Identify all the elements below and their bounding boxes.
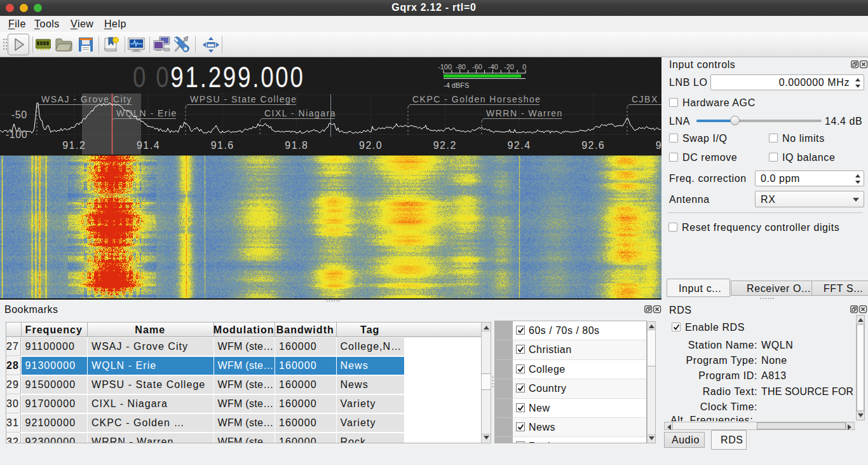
svg-text:CKPC - Golden Horseshoe: CKPC - Golden Horseshoe	[412, 94, 541, 104]
svg-text:91.4: 91.4	[137, 140, 160, 151]
svg-text:92.6: 92.6	[581, 140, 605, 151]
svg-text:-100: -100	[6, 129, 27, 140]
svg-text:WQLN - Erie: WQLN - Erie	[116, 108, 177, 118]
svg-text:WRRN - Warren: WRRN - Warren	[486, 108, 563, 118]
svg-text:91.8: 91.8	[285, 140, 308, 151]
svg-text:WPSU - State College: WPSU - State College	[190, 94, 297, 104]
svg-text:92.0: 92.0	[359, 140, 383, 151]
svg-text:92.4: 92.4	[507, 140, 531, 151]
svg-text:91.6: 91.6	[211, 140, 234, 151]
svg-text:92.8: 92.8	[656, 140, 661, 151]
svg-text:CIXL - Niagara: CIXL - Niagara	[264, 108, 336, 118]
svg-text:91.2: 91.2	[62, 140, 86, 151]
svg-text:-50: -50	[11, 109, 27, 120]
svg-text:WSAJ - Grove City: WSAJ - Grove City	[41, 94, 132, 104]
svg-text:92.2: 92.2	[433, 140, 457, 151]
svg-text:CJBX - London: CJBX - London	[632, 94, 661, 104]
